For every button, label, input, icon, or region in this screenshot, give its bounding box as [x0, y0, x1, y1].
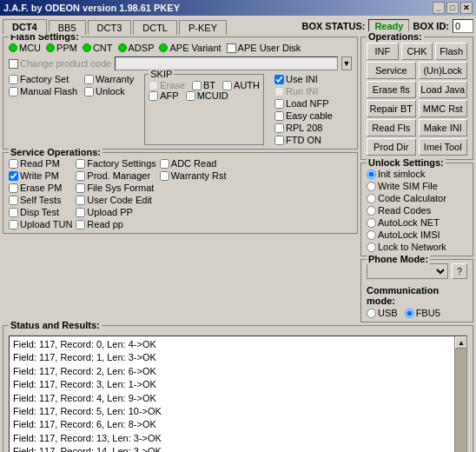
unlock-button[interactable]: (Un)Lock — [419, 62, 468, 79]
auth-option[interactable]: AUTH — [222, 80, 260, 90]
read-pm-check[interactable] — [9, 159, 18, 169]
maximize-button[interactable]: □ — [446, 2, 459, 14]
write-pm-option[interactable]: Write PM — [9, 170, 72, 181]
load-nfp-check[interactable] — [274, 99, 284, 109]
scrollbar[interactable]: ▲ ▼ — [454, 336, 466, 452]
phone-mode-help-button[interactable]: ? — [452, 263, 467, 279]
service-button[interactable]: Service — [367, 62, 416, 79]
scroll-up-button[interactable]: ▲ — [455, 336, 467, 349]
manual-flash-check[interactable] — [9, 87, 18, 96]
disp-test-check[interactable] — [9, 208, 18, 217]
upload-pp-check[interactable] — [76, 208, 85, 217]
close-button[interactable]: ✕ — [460, 2, 473, 14]
make-ini-button[interactable]: Make INI — [419, 119, 468, 136]
read-codes-option[interactable]: Read Codes — [367, 205, 467, 216]
fbu5-radio[interactable] — [405, 309, 414, 318]
imei-tool-button[interactable]: Imei Tool — [419, 138, 468, 156]
ppm-option[interactable]: PPM — [46, 43, 77, 53]
autolock-imsi-radio[interactable] — [367, 230, 376, 240]
read-pp-option[interactable]: Read pp — [76, 219, 155, 229]
load-java-button[interactable]: Load Java — [419, 81, 468, 98]
inf-button[interactable]: INF — [367, 43, 399, 60]
read-pm-option[interactable]: Read PM — [9, 158, 72, 169]
write-sim-file-option[interactable]: Write SIM File — [367, 181, 467, 191]
prod-manager-option[interactable]: Prod. Manager — [76, 170, 155, 181]
usb-option[interactable]: USB — [367, 308, 398, 318]
tab-dctl[interactable]: DCTL — [133, 20, 177, 35]
factory-set-option[interactable]: Factory Set — [9, 74, 77, 84]
read-fls-button[interactable]: Read Fls — [367, 119, 416, 136]
ftd-on-option[interactable]: FTD ON — [274, 135, 333, 145]
factory-settings-check[interactable] — [76, 159, 85, 169]
upload-tun-option[interactable]: Upload TUN — [9, 219, 72, 229]
bt-option[interactable]: BT — [192, 80, 215, 90]
factory-settings-option[interactable]: Factory Settings — [76, 158, 155, 169]
chk-button[interactable]: CHK — [401, 43, 433, 60]
tab-dct3[interactable]: DCT3 — [88, 20, 132, 35]
warranty-rst-option[interactable]: Warranty Rst — [160, 170, 227, 181]
init-simlock-option[interactable]: Init simlock — [367, 169, 467, 179]
tab-dct4[interactable]: DCT4 — [3, 19, 47, 35]
minimize-button[interactable]: _ — [433, 2, 445, 14]
adsp-option[interactable]: ADSP — [118, 43, 155, 53]
prod-manager-check[interactable] — [76, 171, 85, 181]
bt-check[interactable] — [192, 81, 202, 90]
usb-radio[interactable] — [367, 309, 376, 318]
unlock-check[interactable] — [84, 87, 94, 96]
erase-pm-check[interactable] — [9, 183, 18, 193]
code-calculator-option[interactable]: Code Calculator — [367, 193, 467, 203]
autolock-net-radio[interactable] — [367, 218, 376, 228]
file-sys-format-check[interactable] — [76, 183, 85, 193]
adc-read-option[interactable]: ADC Read — [160, 158, 227, 169]
user-code-edit-option[interactable]: User Code Edit — [76, 195, 155, 205]
ftd-on-check[interactable] — [274, 136, 284, 145]
mcuid-option[interactable]: MCUID — [186, 90, 228, 101]
auth-check[interactable] — [222, 81, 232, 90]
use-ini-check[interactable] — [274, 75, 284, 84]
afp-check[interactable] — [149, 91, 158, 101]
read-pp-check[interactable] — [76, 220, 85, 229]
self-tests-check[interactable] — [9, 196, 18, 205]
adc-read-check[interactable] — [160, 159, 169, 169]
disp-test-option[interactable]: Disp Test — [9, 207, 72, 217]
repair-bt-button[interactable]: Repair BT — [367, 100, 416, 117]
fbu5-option[interactable]: FBU5 — [405, 308, 440, 318]
ape-user-disk-option[interactable]: APE User Disk — [227, 43, 301, 53]
warranty-rst-check[interactable] — [160, 171, 169, 181]
upload-tun-check[interactable] — [9, 220, 18, 229]
erase-pm-option[interactable]: Erase PM — [9, 183, 72, 193]
rpl-208-check[interactable] — [274, 123, 284, 133]
lock-to-network-radio[interactable] — [367, 243, 376, 252]
init-simlock-radio[interactable] — [367, 170, 376, 179]
erase-fls-button[interactable]: Erase fls — [367, 81, 416, 98]
flash-button[interactable]: Flash — [435, 43, 467, 60]
warranty-check[interactable] — [84, 75, 94, 84]
prod-dir-button[interactable]: Prod Dir — [367, 138, 416, 156]
tab-pkey[interactable]: P-KEY — [179, 20, 227, 35]
easy-cable-option[interactable]: Easy cable — [274, 110, 333, 121]
afp-option[interactable]: AFP — [149, 90, 178, 101]
user-code-edit-check[interactable] — [76, 196, 85, 205]
phone-mode-select[interactable] — [367, 263, 448, 279]
manual-flash-option[interactable]: Manual Flash — [9, 86, 77, 96]
autolock-net-option[interactable]: AutoLock NET — [367, 217, 467, 228]
autolock-imsi-option[interactable]: AutoLock IMSI — [367, 229, 467, 240]
cnt-option[interactable]: CNT — [83, 43, 113, 53]
load-nfp-option[interactable]: Load NFP — [274, 98, 333, 109]
write-pm-check[interactable] — [9, 171, 18, 181]
read-codes-radio[interactable] — [367, 206, 376, 216]
code-calculator-radio[interactable] — [367, 194, 376, 203]
ape-variant-option[interactable]: APE Variant — [159, 43, 221, 53]
mcuid-check[interactable] — [186, 91, 195, 101]
warranty-option[interactable]: Warranty — [84, 74, 134, 84]
mmc-rst-button[interactable]: MMC Rst — [419, 100, 468, 117]
write-sim-file-radio[interactable] — [367, 182, 376, 191]
rpl-208-option[interactable]: RPL 208 — [274, 123, 333, 133]
use-ini-option[interactable]: Use INI — [274, 74, 333, 84]
easy-cable-check[interactable] — [274, 111, 284, 121]
file-sys-format-option[interactable]: File Sys Format — [76, 183, 155, 193]
self-tests-option[interactable]: Self Tests — [9, 195, 72, 205]
upload-pp-option[interactable]: Upload PP — [76, 207, 155, 217]
unlock-option[interactable]: Unlock — [84, 86, 134, 96]
mcu-option[interactable]: MCU — [9, 43, 41, 53]
